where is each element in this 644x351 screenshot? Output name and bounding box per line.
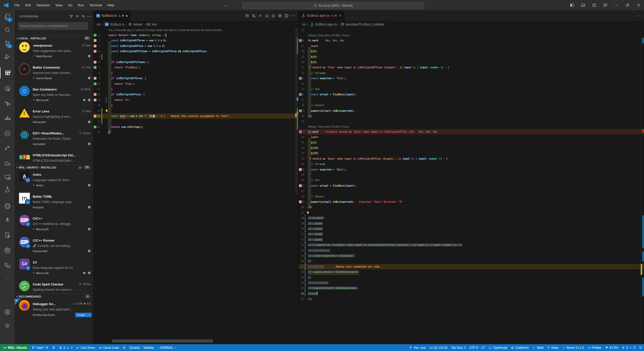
- code-line-46[interactable]: 46});: [299, 204, 644, 210]
- status-remote-indicator[interactable]: ><WSL: Ubuntu: [0, 344, 30, 351]
- activity-github-icon[interactable]: [0, 200, 15, 212]
- command-center-search[interactable]: fizz-buzz [WSL: Ubuntu]: [242, 2, 424, 9]
- code-line-45[interactable]: 45 expect(actual).toBe(expected); Expect…: [299, 199, 644, 204]
- window-icon[interactable]: ⧉: [83, 271, 85, 275]
- extensions-search-input[interactable]: Search Extensions in Marketplace: [18, 22, 88, 30]
- code-line-54[interactable]: 54// ·→// Arrange: [299, 248, 644, 253]
- status-indentation[interactable]: Tab Size: 2: [449, 344, 467, 351]
- activity-remote-explorer-icon[interactable]: [0, 171, 15, 183]
- gear-icon[interactable]: ⚙: [88, 271, 91, 275]
- code-line-15[interactable]: 15: [299, 28, 644, 33]
- code-line-23[interactable]: 23 const expected = 'Fizz';: [299, 76, 644, 81]
- gear-icon[interactable]: ⚙: [88, 76, 91, 80]
- code-line-20[interactable]: 20 ${9}: [299, 60, 644, 65]
- gear-icon[interactable]: ⚙: [88, 54, 91, 58]
- status-git-branch[interactable]: main*⟳: [30, 344, 50, 351]
- code-line-12[interactable]: 12 if (isMultipleOfFive) {: [93, 92, 298, 97]
- layout-panel-button[interactable]: [578, 0, 589, 10]
- menu-edit[interactable]: Edit: [22, 0, 33, 10]
- vertical-scrollbar[interactable]: [295, 28, 298, 194]
- code-line-21[interactable]: 21`(`should be 'Fizz' when input is isMu…: [299, 65, 644, 70]
- extension-item-bettercomments[interactable]: //!Better Comments7msImprove your code c…: [15, 62, 93, 84]
- code-line-61[interactable]: 61// ·expect(actual).toBe(expected);: [299, 285, 644, 291]
- code-line-16[interactable]: 16 const test = num ≡ 101 ? '101' : '1';…: [93, 113, 298, 119]
- refresh-icon[interactable]: ↻: [76, 15, 79, 18]
- code-line-43[interactable]: 43: [299, 188, 644, 194]
- code-line-25[interactable]: 25 // Act: [299, 86, 644, 92]
- codelens[interactable]: Debug | View story | Profile | Focus: [308, 33, 349, 38]
- section-recommended[interactable]: ∨RECOMMENDED1: [15, 294, 93, 299]
- nav-back-icon[interactable]: ←: [224, 3, 228, 8]
- nav-forward-icon[interactable]: →: [232, 3, 236, 8]
- code-line-19[interactable]: 19 ${6}: [299, 54, 644, 60]
- code-line-44[interactable]: 44 // Assert: [299, 194, 644, 199]
- activity-live-share-icon[interactable]: [0, 142, 15, 153]
- code-line-6[interactable]: 6 if (isMultipleOfFifteen) {: [93, 60, 298, 65]
- lightbulb-icon[interactable]: [105, 109, 108, 113]
- extension-item-errorlens[interactable]: !Error Lens3msImprove highlighting of er…: [15, 106, 93, 128]
- gear-icon[interactable]: ⚙: [88, 142, 91, 146]
- code-line-63[interactable]: 63});: [299, 296, 644, 302]
- code-area[interactable]: 15Debug | View story | Profile | Focus16…: [299, 10, 644, 344]
- code-line-37[interactable]: 37`(`should be 'Buzz' when input is isMu…: [299, 156, 644, 161]
- layout-split-button[interactable]: [589, 0, 600, 10]
- status-spell-checker[interactable]: ✓Spell: [530, 344, 545, 351]
- activity-testing-flask-icon[interactable]: [0, 184, 15, 195]
- code-line-41[interactable]: 41 // Act: [299, 178, 644, 183]
- code-line-16[interactable]: 16it.each` 0ms, 0ms, 0ms: [299, 38, 644, 43]
- code-line-38[interactable]: 38 // Arrange: [299, 161, 644, 167]
- extension-item-emojisense[interactable]: :emojisense:5msAdds suggestions and auto…: [15, 40, 93, 62]
- code-line-56[interactable]: 56: [299, 258, 644, 264]
- codelens[interactable]: Debug | View story | Profile | Focus: [308, 124, 349, 129]
- menu-selection[interactable]: Selection: [33, 0, 52, 10]
- code-line-32[interactable]: 32it.each` FizzBuzz should be 'Buzz' whe…: [299, 129, 644, 134]
- activity-explorer-icon[interactable]: 1: [0, 11, 15, 22]
- activity-stairs-icon[interactable]: [0, 157, 15, 168]
- code-line-22[interactable]: 22 // Arrange: [299, 70, 644, 76]
- codelens[interactable]: You, 3 seconds ago | 2 authors (Yosapol …: [108, 28, 222, 33]
- status-notifications[interactable]: [637, 344, 644, 351]
- status-thunder[interactable]: ⚡: [121, 344, 128, 351]
- code-line-35[interactable]: 35 ${10}: [299, 145, 644, 151]
- extension-item-cpp[interactable]: C/C++><C/C++C/C++ IntelliSense, debuggi.…: [15, 213, 93, 235]
- code-line-58[interactable]: 58// ·const actual = fizzBuzz(input);: [299, 269, 644, 275]
- code-line-33[interactable]: 33 input: [299, 134, 644, 140]
- code-line-13[interactable]: 13 return 'B';: [93, 97, 298, 103]
- code-line-30[interactable]: 30});: [299, 113, 644, 119]
- status-cursor-position[interactable]: Ln 16, Col 34: [428, 344, 449, 351]
- code-line-53[interactable]: 53// `(`should be 'FizzBuzz' when input …: [299, 242, 644, 248]
- gear-icon[interactable]: ⚙: [88, 120, 91, 124]
- cloud-download-icon[interactable]: [78, 166, 82, 169]
- extension-item-astro[interactable]: A><AstroLanguage support for Astro✔Astro…: [15, 169, 93, 191]
- status-prettier[interactable]: ✓✓Prettier: [586, 344, 603, 351]
- section-local-installed[interactable]: ∨LOCAL - INSTALLED87: [15, 35, 93, 41]
- code-line-60[interactable]: 60// ·→// Assert: [299, 280, 644, 285]
- status-test-results[interactable]: ✗3✓5: [620, 344, 637, 351]
- code-line-15[interactable]: 15: [93, 108, 298, 113]
- activity-cpp-tools-icon[interactable]: C+: [0, 229, 15, 241]
- code-line-57[interactable]: 57// ·→// Act Remove this commented out …: [299, 264, 644, 269]
- code-line-26[interactable]: 26 const actual = fizzBuzz(input);: [299, 92, 644, 97]
- install-button[interactable]: Install∨: [75, 313, 92, 317]
- menu-run[interactable]: Run: [75, 0, 87, 10]
- code-line-1[interactable]: 1export default (num: number): string ⇒ …: [93, 33, 298, 38]
- activity-account-icon[interactable]: [0, 306, 15, 317]
- status-eol[interactable]: LF: [480, 344, 487, 351]
- code-line-14[interactable]: 14 }: [93, 103, 298, 108]
- activity-kubernetes-icon[interactable]: [0, 245, 15, 256]
- extension-item-cpprunner[interactable]: C/C++><C/C++ Runner🚀 Compile, run and de…: [15, 235, 93, 257]
- code-line-10[interactable]: 10 return 'Fizz';: [93, 81, 298, 86]
- code-line-9[interactable]: 9 if (isMultipleOfThree) {: [93, 76, 298, 81]
- status-rome[interactable]: ✓Rome 12.1.3: [560, 344, 586, 351]
- gear-icon[interactable]: ⚙: [88, 98, 91, 102]
- menu-file[interactable]: File: [12, 0, 22, 10]
- lightbulb-icon[interactable]: [306, 211, 310, 215]
- editor-group-1[interactable]: TSfizzBuzz.ts1, M●⋯src›TSfizzBuzz.ts›def…: [93, 10, 298, 344]
- layout-grid-button[interactable]: [600, 0, 611, 10]
- activity-console-ninja-icon[interactable]: [0, 128, 15, 139]
- status-live-share[interactable]: Live Share: [74, 344, 97, 351]
- code-line-42[interactable]: 42 const actual = fizzBuzz(input);: [299, 183, 644, 188]
- editor-group-2[interactable]: fizzBuzz.spec.ts4, M✕⋯src›fizzBuzz.spec.…: [299, 10, 644, 344]
- status-encoding[interactable]: UTF-8: [468, 344, 480, 351]
- status-console-ninja[interactable]: ✎Ninja: [545, 344, 560, 351]
